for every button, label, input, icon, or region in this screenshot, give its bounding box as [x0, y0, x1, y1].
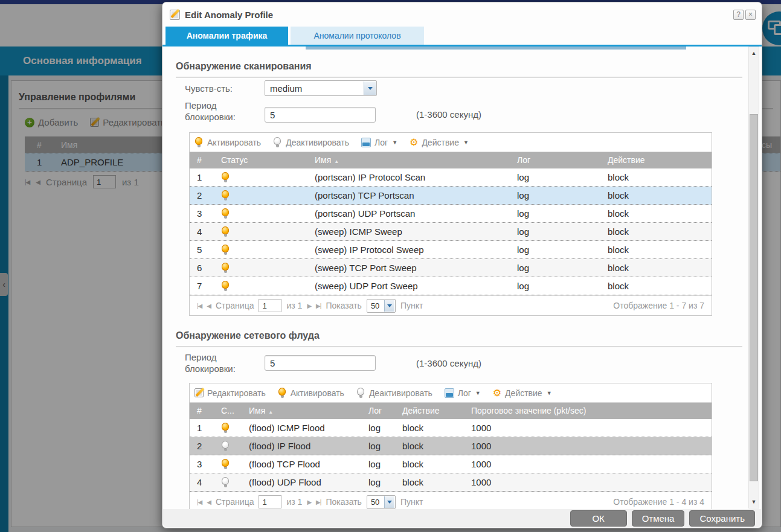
scrollbar-up-icon[interactable]: ▲: [749, 48, 759, 58]
bulb-on-icon: [194, 137, 204, 147]
caret-down-icon: ▼: [475, 390, 481, 396]
sort-asc-icon: ▲: [268, 409, 273, 415]
log-icon: [445, 388, 454, 398]
flood-rules-table: Редактировать Активировать Деактивироват…: [189, 383, 712, 512]
scan-table-header: # Статус Имя▲ Лог Действие: [190, 152, 712, 168]
bulb-status-icon: [221, 477, 230, 487]
caret-down-icon: ▼: [392, 139, 397, 146]
activate-button[interactable]: Активировать: [194, 137, 261, 147]
combo-arrow-icon[interactable]: [384, 496, 394, 508]
column-header-log[interactable]: Лог: [361, 403, 395, 419]
table-row[interactable]: 6 (sweep) TCP Port Sweep log block: [190, 259, 712, 277]
gear-icon: ⚙: [493, 388, 501, 398]
page-size-select[interactable]: 50: [367, 299, 396, 313]
bulb-status-icon: [221, 226, 230, 237]
flood-block-period-input[interactable]: [265, 355, 376, 371]
action-menu-button[interactable]: ⚙ Действие ▼: [410, 138, 469, 147]
deactivate-button[interactable]: Деактивировать: [356, 388, 432, 398]
flood-section-title: Обнаружение сетевого флуда: [176, 330, 742, 347]
combo-arrow-icon[interactable]: [364, 82, 376, 95]
pager-prev-icon[interactable]: ◀: [207, 303, 211, 309]
deactivate-button[interactable]: Деактивировать: [273, 137, 349, 147]
dialog-content: Обнаружение сканирования Чувств-сть: med…: [162, 46, 746, 513]
pager-last-icon[interactable]: ▶|: [316, 499, 321, 505]
dialog-title: Edit Anomaly Profile: [185, 10, 273, 20]
table-row[interactable]: 1 (flood) ICMP Flood log block 1000: [190, 419, 712, 437]
pager-first-icon[interactable]: |◀: [197, 499, 202, 505]
sensitivity-label: Чувств-сть:: [185, 83, 233, 94]
scan-block-period-input[interactable]: [265, 107, 376, 123]
column-header-threshold[interactable]: Пороговое значение (pkt/sec): [464, 403, 712, 419]
bulb-status-icon: [221, 190, 230, 200]
sort-asc-icon: ▲: [334, 159, 339, 164]
table-row[interactable]: 3 (portscan) UDP Portscan log block: [190, 205, 712, 223]
dialog-scrollbar[interactable]: ▲ ▼: [748, 46, 759, 508]
table-row[interactable]: 4 (sweep) ICMP Sweep log block: [190, 223, 712, 241]
table-row[interactable]: 1 (portscan) IP Protocol Scan log block: [190, 168, 712, 187]
display-range: Отображение 1 - 7 из 7: [613, 301, 704, 310]
column-header-status[interactable]: С...: [214, 403, 242, 419]
dialog-footer: ОК Отмена Сохранить: [163, 509, 761, 527]
dialog-titlebar[interactable]: Edit Anomaly Profile ? ×: [162, 2, 762, 27]
bulb-status-icon: [221, 245, 230, 255]
column-header-name[interactable]: Имя▲: [242, 403, 361, 419]
column-header-action[interactable]: Действие: [395, 403, 464, 419]
pager-next-icon[interactable]: ▶: [307, 499, 311, 505]
page-input[interactable]: [259, 495, 281, 508]
table-row[interactable]: 4 (flood) UDP Flood log block 1000: [190, 473, 712, 492]
flood-block-period-hint: (1-3600 секунд): [416, 358, 481, 368]
log-icon: [361, 138, 371, 147]
scrollbar-thumb[interactable]: [750, 114, 758, 481]
pager-first-icon[interactable]: |◀: [197, 303, 202, 309]
help-button[interactable]: ?: [733, 10, 744, 20]
column-header-action[interactable]: Действие: [600, 152, 712, 168]
tab-protocol-anomalies[interactable]: Аномалии протоколов: [291, 27, 424, 45]
bulb-status-icon: [221, 281, 230, 291]
column-header-log[interactable]: Лог: [510, 152, 600, 168]
edit-icon: [194, 388, 204, 397]
table-row[interactable]: 2 (flood) IP Flood log block 1000: [190, 437, 712, 455]
gear-icon: ⚙: [410, 138, 418, 147]
column-header-name[interactable]: Имя▲: [307, 152, 510, 168]
caret-down-icon: ▼: [463, 139, 469, 146]
bulb-status-icon: [221, 172, 230, 182]
caret-down-icon: ▼: [547, 390, 552, 396]
table-row[interactable]: 5 (sweep) IP Protocol Sweep log block: [190, 241, 712, 259]
display-range: Отображение 1 - 4 из 4: [613, 497, 704, 507]
table-row[interactable]: 7 (sweep) UDP Port Sweep log block: [190, 277, 712, 295]
pager-last-icon[interactable]: ▶|: [316, 303, 321, 309]
scrolled-content-edge: [306, 46, 686, 50]
pager-prev-icon[interactable]: ◀: [207, 499, 211, 505]
flood-table-toolbar: Редактировать Активировать Деактивироват…: [190, 383, 712, 403]
page-input[interactable]: [259, 299, 281, 312]
action-menu-button[interactable]: ⚙ Действие ▼: [493, 388, 552, 398]
pager-next-icon[interactable]: ▶: [307, 303, 311, 309]
table-row[interactable]: 2 (portscan) TCP Portscan log block: [190, 187, 712, 205]
bulb-status-icon: [221, 441, 230, 451]
log-menu-button[interactable]: Лог ▼: [361, 138, 397, 147]
scrollbar-down-icon[interactable]: ▼: [749, 497, 759, 507]
bulb-status-icon: [221, 263, 230, 273]
page-size-select[interactable]: 50: [367, 495, 396, 509]
ok-button[interactable]: ОК: [570, 510, 627, 527]
window-buttons: ? ×: [733, 10, 756, 20]
activate-button[interactable]: Активировать: [278, 388, 344, 398]
sensitivity-select[interactable]: medium: [265, 80, 377, 96]
flood-block-period-label: Период блокировки:: [185, 351, 252, 374]
tab-traffic-anomalies[interactable]: Аномалии трафика: [166, 27, 288, 45]
scan-rules-table: Активировать Деактивировать Лог ▼ ⚙ Дейс…: [189, 132, 712, 316]
cancel-button[interactable]: Отмена: [632, 510, 685, 527]
table-row[interactable]: 3 (flood) TCP Flood log block 1000: [190, 455, 712, 473]
scan-table-toolbar: Активировать Деактивировать Лог ▼ ⚙ Дейс…: [190, 133, 712, 152]
bulb-status-icon: [221, 459, 230, 469]
close-button[interactable]: ×: [745, 10, 756, 20]
bulb-off-icon: [273, 137, 282, 147]
save-button[interactable]: Сохранить: [689, 510, 755, 527]
edit-button[interactable]: Редактировать: [194, 388, 266, 398]
log-menu-button[interactable]: Лог ▼: [445, 388, 481, 398]
combo-arrow-icon[interactable]: [384, 300, 394, 312]
edit-icon: [170, 10, 180, 20]
bulb-on-icon: [278, 388, 287, 398]
dialog-tabs: Аномалии трафика Аномалии протоколов: [166, 27, 424, 45]
scan-block-period-label: Период блокировки:: [185, 100, 252, 123]
